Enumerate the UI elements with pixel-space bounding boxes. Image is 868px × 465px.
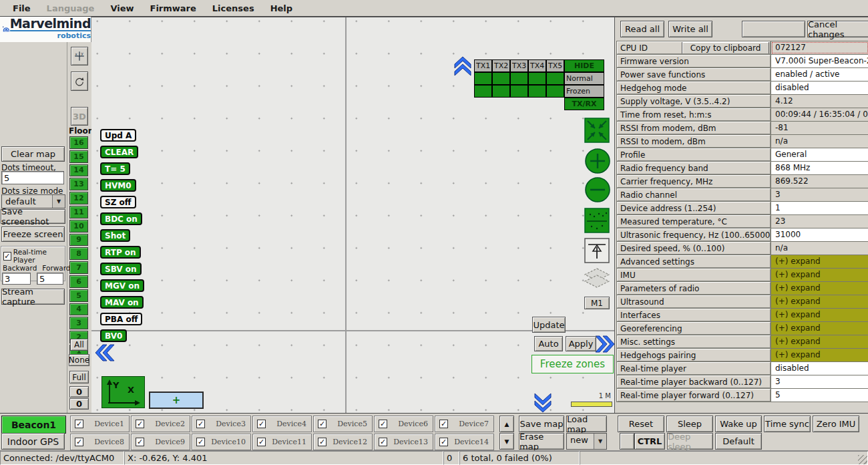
device-toggle-device2[interactable]: ✓Device2 (131, 416, 190, 432)
floor-button-6[interactable]: 6 (69, 275, 88, 288)
device-toggle-device3[interactable]: ✓Device3 (192, 416, 251, 432)
prop-value-device-address-1-254[interactable]: 1 (771, 202, 868, 214)
prop-value-power-save-functions[interactable]: enabled / active (771, 68, 868, 81)
menu-view[interactable]: View (103, 2, 141, 15)
tx-state-cell[interactable] (510, 85, 528, 98)
upload-map-icon[interactable] (584, 238, 610, 263)
backward-input[interactable]: 3 (2, 273, 31, 285)
floor-button-11[interactable]: 11 (69, 206, 88, 218)
floor-button-14[interactable]: 14 (69, 164, 88, 177)
floor-button-3[interactable]: 3 (69, 317, 88, 329)
prop-value-real-time-player[interactable]: disabled (771, 362, 868, 375)
indoor-gps-tab[interactable]: Indoor GPS (1, 433, 65, 450)
tx-state-cell[interactable] (546, 72, 564, 85)
wake-up-button[interactable]: Wake up (715, 416, 762, 432)
action-bdc-on-button[interactable]: BDC on (100, 212, 142, 225)
device-toggle-device8[interactable]: ✓Device8 (70, 434, 130, 450)
menu-file[interactable]: File (5, 2, 38, 15)
dots-timeout-input[interactable]: 5 (1, 171, 64, 184)
menu-language[interactable]: Language (39, 2, 102, 15)
action-sbv-on-button[interactable]: SBV on (100, 263, 142, 275)
action-pba-off-button[interactable]: PBA off (100, 313, 142, 325)
scroll-up-button[interactable]: ▲ (499, 416, 514, 432)
prop-value-parameters-of-radio[interactable]: (+) expand (771, 282, 868, 295)
floors-full-button[interactable]: Full (69, 371, 89, 383)
floor-button-12[interactable]: 12 (69, 192, 88, 204)
menu-help[interactable]: Help (263, 2, 300, 15)
prop-value-ultrasound[interactable]: (+) expand (771, 295, 868, 308)
tx-hide-button[interactable]: HIDE (564, 59, 604, 72)
action-sz-off-button[interactable]: SZ off (100, 196, 136, 208)
cancel-changes-button[interactable]: Cancel changes (807, 21, 868, 37)
sleep-button[interactable]: Sleep (666, 416, 713, 432)
prop-value-real-time-player-backward-0-127[interactable]: 3 (771, 375, 868, 388)
action-upd-a-button[interactable]: Upd A (100, 129, 136, 142)
device-toggle-device6[interactable]: ✓Device6 (374, 416, 433, 432)
device-toggle-device11[interactable]: ✓Device11 (252, 434, 312, 450)
floor-button-10[interactable]: 10 (69, 220, 88, 232)
checkbox-checked-icon[interactable]: ✓ (379, 420, 387, 428)
erase-map-button[interactable]: Erase map (519, 433, 564, 450)
checkbox-checked-icon[interactable]: ✓ (257, 438, 266, 446)
ctrl-indicator-box[interactable] (620, 433, 634, 450)
checkbox-checked-icon[interactable]: ✓ (379, 438, 387, 446)
read-all-button[interactable]: Read all (620, 21, 664, 37)
action-shot-button[interactable]: Shot (100, 229, 130, 242)
prop-value-ultrasonic-frequency-hz-100-65000[interactable]: 31000 (771, 228, 868, 241)
collapse-left-icon[interactable] (95, 344, 115, 361)
tx-state-cell[interactable] (492, 72, 510, 85)
stream-capture-button[interactable]: Stream capture (1, 289, 65, 305)
zero-imu-button[interactable]: Zero IMU (813, 416, 859, 432)
checkbox-checked-icon[interactable]: ✓ (439, 438, 448, 446)
scroll-down-button[interactable]: ▼ (499, 433, 514, 450)
freeze-screen-button[interactable]: Freeze screen (1, 226, 65, 242)
checkbox-checked-icon[interactable]: ✓ (75, 438, 83, 446)
device-toggle-device1[interactable]: ✓Device1 (70, 416, 130, 432)
floor-button-7[interactable]: 7 (69, 261, 88, 274)
tx-state-cell[interactable] (492, 85, 510, 98)
realtime-player-checkbox[interactable]: ✓ (3, 252, 11, 261)
action-t-5-button[interactable]: T= 5 (100, 162, 130, 175)
prop-value-real-time-player-forward-0-127[interactable]: 5 (771, 389, 868, 402)
tx-row-frozen[interactable]: Frozen (564, 85, 604, 98)
checkbox-checked-icon[interactable]: ✓ (196, 420, 205, 428)
tx-state-cell[interactable] (510, 72, 528, 85)
save-screenshot-button[interactable]: Save screenshot (1, 209, 65, 224)
tx-col-tx1[interactable]: TX1 (474, 59, 492, 72)
prop-value-profile[interactable]: General (771, 148, 868, 161)
prop-value-advanced-settings[interactable]: (+) expand (771, 255, 868, 268)
default-button[interactable]: Default (715, 433, 762, 450)
action-rtp-on-button[interactable]: RTP on (100, 246, 141, 259)
freeze-zones-button[interactable]: Freeze zones (531, 355, 614, 373)
checkbox-checked-icon[interactable]: ✓ (136, 438, 144, 446)
device-toggle-device12[interactable]: ✓Device12 (313, 434, 373, 450)
save-map-button[interactable]: Save map (519, 416, 564, 432)
checkbox-checked-icon[interactable]: ✓ (439, 420, 448, 428)
prop-value-radio-frequency-band[interactable]: 868 MHz (771, 162, 868, 174)
floors-all-button[interactable]: All (70, 339, 88, 351)
zoom-out-icon[interactable] (584, 176, 611, 203)
floor-button-15[interactable]: 15 (69, 150, 88, 163)
prop-value-hedgehogs-pairing[interactable]: (+) expand (771, 349, 868, 361)
prop-value-georeferencing[interactable]: (+) expand (771, 322, 868, 335)
m1-button[interactable]: M1 (584, 297, 610, 309)
action-bv0-button[interactable]: BV0 (100, 329, 127, 342)
add-submap-button[interactable]: + (149, 392, 204, 409)
tx-col-tx3[interactable]: TX3 (510, 59, 528, 72)
counter-bottom[interactable]: 0 (69, 398, 89, 410)
copy-to-clipboard-button[interactable]: Copy to clipboard (682, 41, 769, 54)
deep-sleep-button[interactable]: Deep sleep (667, 433, 713, 450)
resize-grip-icon[interactable] (858, 455, 867, 464)
checkbox-checked-icon[interactable]: ✓ (318, 438, 327, 446)
map-canvas[interactable]: Upd ACLEART= 5HVM0SZ offBDC onShotRTP on… (91, 17, 614, 413)
device-toggle-device10[interactable]: ✓Device10 (192, 434, 251, 450)
floors-none-button[interactable]: None (69, 354, 89, 366)
device-toggle-device9[interactable]: ✓Device9 (131, 434, 190, 450)
tx-col-tx5[interactable]: TX5 (546, 59, 564, 72)
apply-button[interactable]: Apply (566, 336, 596, 351)
checkbox-checked-icon[interactable]: ✓ (318, 420, 327, 428)
menu-licenses[interactable]: Licenses (205, 2, 262, 15)
update-button[interactable]: Update (532, 317, 566, 333)
beacon1-tab[interactable]: Beacon1 (1, 416, 66, 434)
tx-col-tx2[interactable]: TX2 (492, 59, 510, 72)
